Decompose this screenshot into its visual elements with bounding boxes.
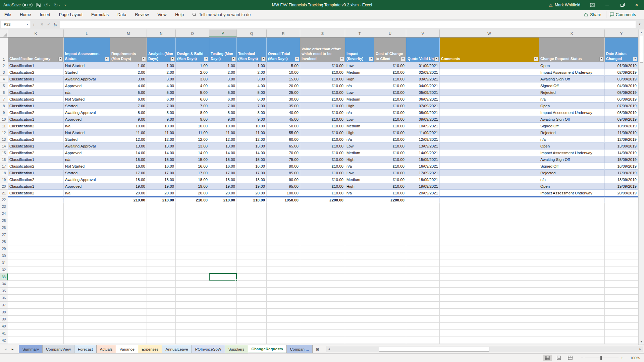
cell-N42[interactable]	[147, 337, 176, 344]
ribbon-display-options-icon[interactable]	[585, 0, 600, 10]
cell-T13[interactable]: n/a	[345, 136, 374, 143]
cell-Y39[interactable]	[605, 316, 638, 323]
cell-S11[interactable]: £10.00	[300, 123, 345, 129]
page-break-preview-icon[interactable]	[566, 355, 575, 361]
cell-X41[interactable]	[539, 330, 605, 337]
filter-dropdown-icon[interactable]: ▼	[401, 57, 405, 61]
cell-Q37[interactable]	[237, 302, 267, 309]
cell-X38[interactable]	[539, 309, 605, 316]
row-header-13[interactable]: 13	[0, 136, 8, 143]
cell-Y14[interactable]: 13/09/2019	[605, 143, 638, 149]
cell-Q8[interactable]: 7.00	[237, 103, 267, 109]
cell-U28[interactable]	[374, 238, 406, 245]
cell-W11[interactable]	[440, 123, 539, 129]
row-header-37[interactable]: 37	[0, 302, 8, 309]
insert-function-icon[interactable]: fx	[54, 22, 57, 27]
cell-W6[interactable]	[440, 89, 539, 96]
cell-Y42[interactable]	[605, 337, 638, 344]
cell-O34[interactable]	[176, 281, 209, 288]
cell-K37[interactable]	[8, 302, 64, 309]
cell-V10[interactable]: 09/09/2021	[406, 116, 440, 123]
cell-M6[interactable]: 5.00	[110, 89, 147, 96]
filter-dropdown-icon[interactable]: ▼	[434, 57, 439, 61]
cell-P26[interactable]	[209, 224, 237, 231]
cell-V31[interactable]	[406, 259, 440, 266]
cell-R42[interactable]	[267, 337, 300, 344]
cell-V14[interactable]: 13/09/2021	[406, 143, 440, 149]
cell-P20[interactable]: 19.00	[209, 183, 237, 190]
cell-M9[interactable]: 8.00	[110, 109, 147, 116]
cell-P22[interactable]: 210.00	[209, 196, 237, 203]
cell-P31[interactable]	[209, 259, 237, 266]
cell-T21[interactable]: n/a	[345, 190, 374, 196]
cell-S30[interactable]	[300, 252, 345, 259]
row-header-41[interactable]: 41	[0, 330, 8, 337]
cell-K3[interactable]: Classification2	[8, 69, 64, 76]
cell-U14[interactable]: £10.00	[374, 143, 406, 149]
scroll-up-icon[interactable]: ▲	[639, 29, 644, 35]
zoom-level[interactable]: 100%	[626, 356, 640, 360]
cell-Y9[interactable]: 08/09/2019	[605, 109, 638, 116]
cell-Q34[interactable]	[237, 281, 267, 288]
cell-R20[interactable]: 95.00	[267, 183, 300, 190]
cell-M42[interactable]	[110, 337, 147, 344]
formula-input[interactable]	[60, 21, 636, 28]
cell-O19[interactable]: 18.00	[176, 176, 209, 183]
cell-M5[interactable]: 4.00	[110, 82, 147, 89]
cell-Y23[interactable]	[605, 203, 638, 210]
cell-T23[interactable]	[345, 203, 374, 210]
cell-K26[interactable]	[8, 224, 64, 231]
cell-N12[interactable]: 11.00	[147, 129, 176, 136]
cell-Q23[interactable]	[237, 203, 267, 210]
row-header-31[interactable]: 31	[0, 259, 8, 266]
cell-O16[interactable]: 15.00	[176, 156, 209, 163]
cell-L9[interactable]: Awaiting Approval	[64, 109, 110, 116]
cell-K27[interactable]	[8, 231, 64, 238]
cell-K15[interactable]: Classification2	[8, 149, 64, 156]
cell-O17[interactable]: 16.00	[176, 163, 209, 170]
redo-icon[interactable]: ↻▼	[54, 3, 61, 7]
cell-R39[interactable]	[267, 316, 300, 323]
cell-cursor[interactable]	[209, 273, 237, 281]
cell-T16[interactable]: High	[345, 156, 374, 163]
cell-M41[interactable]	[110, 330, 147, 337]
zoom-out-icon[interactable]: −	[581, 355, 583, 360]
cell-M21[interactable]: 20.00	[110, 190, 147, 196]
cell-P4[interactable]: 3.00	[209, 76, 237, 82]
cell-R24[interactable]	[267, 210, 300, 217]
cell-W35[interactable]	[440, 288, 539, 295]
cell-P38[interactable]	[209, 309, 237, 316]
cell-L2[interactable]: Not Started	[64, 62, 110, 69]
cell-X29[interactable]	[539, 245, 605, 252]
cell-Y12[interactable]: 11/09/2019	[605, 129, 638, 136]
cell-U42[interactable]	[374, 337, 406, 344]
cell-T26[interactable]	[345, 224, 374, 231]
cell-S17[interactable]: £10.00	[300, 163, 345, 170]
cell-W12[interactable]	[440, 129, 539, 136]
cell-X37[interactable]	[539, 302, 605, 309]
sheet-tab-expenses[interactable]: Expenses	[138, 345, 162, 353]
cell-N19[interactable]: 18.00	[147, 176, 176, 183]
cell-R29[interactable]	[267, 245, 300, 252]
cell-V37[interactable]	[406, 302, 440, 309]
cell-W42[interactable]	[440, 337, 539, 344]
cell-V6[interactable]: 05/09/2021	[406, 89, 440, 96]
column-header-O[interactable]: O	[176, 29, 209, 37]
cell-P23[interactable]	[209, 203, 237, 210]
cell-Q22[interactable]: 210.00	[237, 196, 267, 203]
row-header-15[interactable]: 15	[0, 149, 8, 156]
cell-L10[interactable]: Approved	[64, 116, 110, 123]
sheet-tab-actuals[interactable]: Actuals	[97, 345, 116, 353]
cell-T36[interactable]	[345, 295, 374, 302]
zoom-in-icon[interactable]: +	[621, 355, 623, 360]
row-header-7[interactable]: 7	[0, 96, 8, 103]
cell-Y19[interactable]: 18/09/2019	[605, 176, 638, 183]
cell-W36[interactable]	[440, 295, 539, 302]
cell-L12[interactable]: Not Started	[64, 129, 110, 136]
cell-X42[interactable]	[539, 337, 605, 344]
cell-R18[interactable]: 85.00	[267, 170, 300, 176]
cell-S19[interactable]: £10.00	[300, 176, 345, 183]
cell-V25[interactable]	[406, 217, 440, 224]
cell-R17[interactable]: 80.00	[267, 163, 300, 170]
cell-V41[interactable]	[406, 330, 440, 337]
